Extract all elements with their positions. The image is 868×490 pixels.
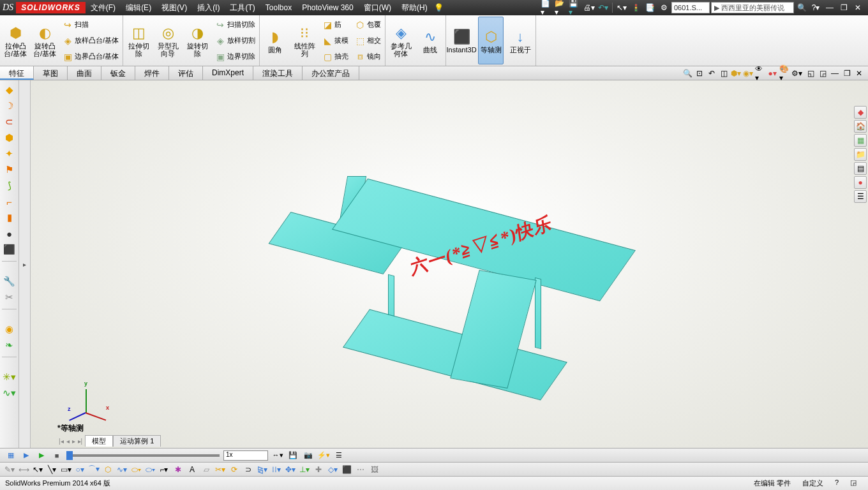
bt-rect-icon[interactable]: ▭▾ bbox=[60, 464, 71, 475]
lt-scissor-icon[interactable]: ✂ bbox=[3, 290, 17, 304]
extrude-boss-button[interactable]: ⬢拉伸凸 台/基体 bbox=[3, 17, 28, 64]
expand-handle-icon[interactable]: ▸ bbox=[21, 261, 28, 268]
bt-offset-icon[interactable]: ⊃ bbox=[243, 464, 254, 475]
mirror-button[interactable]: ⧈镜向 bbox=[354, 50, 382, 64]
lt-cube-icon[interactable]: ⬛ bbox=[3, 242, 17, 256]
reference-geom-button[interactable]: ◈参考几 何体 bbox=[388, 17, 414, 64]
rt-file-explorer-icon[interactable]: 📁 bbox=[854, 148, 867, 161]
tl-collapse-icon[interactable]: ☰ bbox=[333, 450, 345, 461]
mtab-prev-icon[interactable]: ◂ bbox=[65, 438, 71, 445]
boundary-cut-button[interactable]: ▣边界切除 bbox=[214, 50, 257, 64]
sweep-button[interactable]: ↪扫描 bbox=[61, 18, 120, 32]
draft-button[interactable]: ◣拔模 bbox=[321, 34, 350, 48]
model-tab-model[interactable]: 模型 bbox=[85, 435, 113, 447]
rib-button[interactable]: ◪筋 bbox=[321, 18, 350, 32]
zoom-fit-icon[interactable]: 🔍 bbox=[682, 68, 692, 78]
mtab-first-icon[interactable]: |◂ bbox=[57, 438, 65, 445]
lt-crescent-icon[interactable]: ☽ bbox=[3, 99, 17, 113]
help-tip-icon[interactable]: 💡 bbox=[433, 2, 445, 13]
tab-surfaces[interactable]: 曲面 bbox=[68, 66, 101, 80]
prev-view-icon[interactable]: ↶ bbox=[707, 68, 717, 78]
doc-max-icon[interactable]: ◲ bbox=[818, 68, 828, 78]
tl-loop-icon[interactable]: ↔▾ bbox=[272, 450, 283, 461]
intersect-button[interactable]: ⬚相交 bbox=[354, 34, 382, 48]
bt-plane-icon[interactable]: ▱ bbox=[200, 464, 212, 475]
bt-cursor-icon[interactable]: ↖▾ bbox=[32, 464, 43, 475]
minimize-icon[interactable]: — bbox=[823, 2, 836, 13]
tab-weldments[interactable]: 焊件 bbox=[135, 66, 169, 80]
iso-view-button[interactable]: ⬡等轴测 bbox=[478, 17, 504, 64]
boundary-button[interactable]: ▣边界凸台/基体 bbox=[61, 50, 120, 64]
menu-tools[interactable]: 工具(T) bbox=[225, 3, 260, 13]
tab-evaluate[interactable]: 评估 bbox=[169, 66, 203, 80]
hide-show-icon[interactable]: 👁▾ bbox=[755, 68, 765, 78]
tl-play-from-start-icon[interactable]: ▶ bbox=[20, 450, 32, 461]
curves-button[interactable]: ∿曲线 bbox=[417, 17, 443, 64]
options-icon[interactable]: 📑 bbox=[643, 2, 656, 13]
save-icon[interactable]: 💾▾ bbox=[569, 2, 581, 13]
scene-icon[interactable]: 🎨▾ bbox=[779, 68, 789, 78]
bt-move-icon[interactable]: ✥▾ bbox=[285, 464, 296, 475]
help-icon[interactable]: ?▾ bbox=[809, 2, 822, 13]
loft-button[interactable]: ◈放样凸台/基体 bbox=[61, 34, 120, 48]
revolve-cut-button[interactable]: ◑旋转切 除 bbox=[184, 17, 210, 64]
bt-slot-icon[interactable]: ⬭▾ bbox=[144, 464, 156, 475]
bt-ellipse-icon[interactable]: ⬭▾ bbox=[130, 464, 142, 475]
lt-snake-icon[interactable]: ⟆ bbox=[3, 179, 17, 193]
restore-icon[interactable]: ❐ bbox=[837, 2, 850, 13]
bt-sketch-icon[interactable]: ✎▾ bbox=[4, 464, 15, 475]
new-icon[interactable]: 📄▾ bbox=[541, 2, 553, 13]
bt-text-icon[interactable]: A bbox=[186, 464, 198, 475]
model-airplane[interactable]: 六一(*≧▽≦*)快乐 bbox=[273, 170, 592, 425]
menu-help[interactable]: 帮助(H) bbox=[396, 3, 433, 13]
bt-construction-icon[interactable]: ⋯ bbox=[355, 464, 366, 475]
rt-custom-props-icon[interactable]: ☰ bbox=[854, 190, 867, 203]
tab-sketch[interactable]: 草图 bbox=[34, 66, 68, 80]
mtab-next-icon[interactable]: ▸ bbox=[71, 438, 77, 445]
menu-window[interactable]: 窗口(W) bbox=[359, 3, 396, 13]
tab-sheetmetal[interactable]: 钣金 bbox=[101, 66, 135, 80]
tab-dimxpert[interactable]: DimXpert bbox=[203, 66, 253, 80]
tab-features[interactable]: 特征 bbox=[0, 66, 34, 80]
menu-toolbox[interactable]: Toolbox bbox=[260, 3, 297, 12]
shell-button[interactable]: ▢抽壳 bbox=[321, 50, 350, 64]
doc-min-icon[interactable]: — bbox=[830, 68, 840, 78]
instant3d-button[interactable]: ⬛Instant3D bbox=[449, 17, 474, 64]
bt-arc-icon[interactable]: ⌒▾ bbox=[88, 464, 100, 475]
bt-fillet-icon[interactable]: ⌐▾ bbox=[158, 464, 170, 475]
print-icon[interactable]: 🖨▾ bbox=[583, 2, 595, 13]
select-icon[interactable]: ↖▾ bbox=[615, 2, 628, 13]
doc-restore2-icon[interactable]: ❐ bbox=[842, 68, 852, 78]
graphics-viewport[interactable]: 六一(*≧▽≦*)快乐 y x z *等轴测 |◂ ◂ ▸ ▸| 模型 运动算例… bbox=[31, 80, 868, 448]
bt-poly-icon[interactable]: ⬡ bbox=[102, 464, 114, 475]
lt-flag-icon[interactable]: ⚑ bbox=[3, 163, 17, 177]
playback-speed[interactable]: 1x bbox=[223, 450, 268, 461]
tl-wizard-icon[interactable]: ⚡▾ bbox=[318, 450, 329, 461]
search-box[interactable]: ▶西西里亚的美丽传说 bbox=[711, 2, 794, 13]
bt-dim-icon[interactable]: ⟷ bbox=[18, 464, 29, 475]
close-icon[interactable]: ✕ bbox=[851, 2, 864, 13]
rebuild-icon[interactable]: 🚦 bbox=[629, 2, 642, 13]
bt-relation-icon[interactable]: ⊥▾ bbox=[299, 464, 310, 475]
menu-file[interactable]: 文件(F) bbox=[86, 3, 121, 13]
wrap-button[interactable]: ⬡包覆 bbox=[354, 18, 382, 32]
bt-circle-icon[interactable]: ○▾ bbox=[74, 464, 86, 475]
lt-hex-icon[interactable]: ⬢ bbox=[3, 131, 17, 145]
doc-restore-icon[interactable]: ◱ bbox=[805, 68, 816, 78]
undo-icon[interactable]: ↶▾ bbox=[597, 2, 610, 13]
status-expand-icon[interactable]: ◲ bbox=[850, 479, 857, 488]
zoom-area-icon[interactable]: ⊡ bbox=[694, 68, 705, 78]
orientation-triad[interactable]: y x z bbox=[66, 382, 105, 420]
revolve-boss-button[interactable]: ◐旋转凸 台/基体 bbox=[32, 17, 57, 64]
menu-view[interactable]: 视图(V) bbox=[156, 3, 192, 13]
doc-close-icon[interactable]: ✕ bbox=[854, 68, 864, 78]
menu-photoview[interactable]: PhotoView 360 bbox=[297, 3, 359, 12]
status-help-icon[interactable]: ? bbox=[835, 479, 839, 488]
hole-wizard-button[interactable]: ◎异型孔 向导 bbox=[155, 17, 181, 64]
document-name[interactable]: 0601.S... bbox=[671, 2, 710, 13]
tl-save-anim-icon[interactable]: 💾 bbox=[287, 450, 299, 461]
rt-home-icon[interactable]: 🏠 bbox=[854, 120, 867, 133]
lt-ball-icon[interactable]: ● bbox=[3, 226, 17, 241]
bt-point-icon[interactable]: ✱ bbox=[172, 464, 184, 475]
rt-design-lib-icon[interactable]: ▦ bbox=[854, 134, 867, 147]
